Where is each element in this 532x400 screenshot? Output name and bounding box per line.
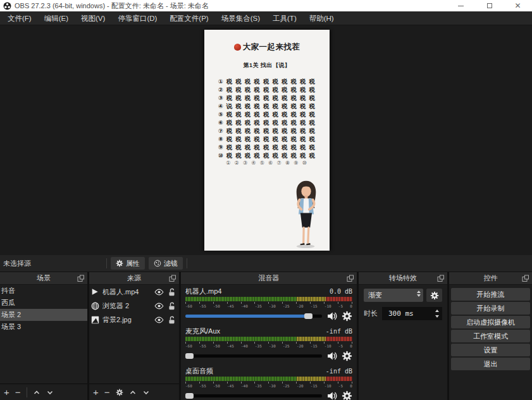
speaker-icon[interactable]	[326, 391, 337, 400]
remove-source-button[interactable]: −	[104, 387, 110, 397]
slider-handle[interactable]	[185, 353, 194, 359]
channel-name: 桌面音频	[185, 366, 213, 376]
puzzle-row: ⑧ 税 税 税 税 税 税 税 税 税 税	[204, 135, 330, 143]
unlock-icon[interactable]	[167, 302, 176, 310]
puzzle-row: ③ 税 税 税 税 税 税 税 税 税 税	[204, 94, 330, 102]
start-recording-button[interactable]: 开始录制	[451, 302, 530, 315]
properties-button[interactable]: 属性	[111, 257, 145, 270]
close-button[interactable]: ✕	[504, 0, 532, 11]
mixer-panel-title: 混音器	[259, 273, 280, 283]
puzzle-row: ⑦ 税 税 税 税 税 税 税 税 税 税	[204, 127, 330, 135]
volume-slider[interactable]	[185, 313, 322, 319]
move-source-down-button[interactable]	[142, 389, 150, 396]
video-canvas[interactable]: 大家一起来找茬 第1关 找出【说】 ① 税 税 税 税 税 税 税 税 税 税 …	[204, 30, 330, 251]
volume-slider[interactable]	[185, 353, 322, 359]
maximize-button[interactable]	[475, 0, 504, 11]
source-list: 机器人.mp4 浏览器 2	[89, 285, 179, 327]
controls-panel-title: 控件	[484, 273, 498, 283]
popout-icon[interactable]	[522, 275, 529, 282]
puzzle-row: ⑥ 税 税 税 税 税 税 税 税 税 税	[204, 118, 330, 127]
transitions-panel-title: 转场特效	[389, 273, 417, 283]
db-scale: -60-55-50-45-40-35-30-25-20-15-10-50	[185, 344, 352, 349]
title-bar: OBS 27.2.3 (64-bit, windows) - 配置文件: 未命名…	[0, 0, 532, 11]
source-label: 浏览器 2	[102, 301, 151, 311]
browser-icon	[90, 301, 99, 310]
scene-item-douyin[interactable]: 抖音	[0, 285, 87, 297]
source-toolbar: 未选择源 属性 滤镜	[0, 255, 532, 272]
exit-button[interactable]: 退出	[451, 358, 530, 370]
menu-docks[interactable]: 停靠窗口(D)	[111, 11, 163, 25]
duration-value: 300 ms	[388, 309, 414, 318]
dock-area: 场景 抖音 西瓜 场景 2 场景 3 + − 来源	[0, 272, 532, 400]
menu-profile[interactable]: 配置文件(P)	[163, 11, 214, 25]
scene-item-scene3[interactable]: 场景 3	[0, 321, 87, 333]
channel-settings-gear-icon[interactable]	[342, 351, 352, 361]
popout-icon[interactable]	[169, 275, 176, 282]
unlock-icon[interactable]	[167, 288, 176, 296]
settings-button[interactable]: 设置	[451, 344, 530, 356]
toolbar-separator	[106, 258, 107, 268]
start-streaming-button[interactable]: 开始推流	[451, 288, 530, 301]
transition-settings-button[interactable]	[426, 289, 442, 302]
remove-scene-button[interactable]: −	[15, 387, 21, 397]
toolbar-separator	[27, 387, 27, 397]
move-scene-up-button[interactable]	[33, 389, 40, 396]
source-item-browser[interactable]: 浏览器 2	[89, 299, 179, 313]
properties-label: 属性	[126, 259, 140, 268]
popout-icon[interactable]	[347, 275, 354, 282]
audio-level-meter	[185, 337, 352, 341]
scene-list: 抖音 西瓜 场景 2 场景 3	[0, 285, 87, 333]
game-title: 大家一起来找茬	[243, 42, 300, 53]
move-source-up-button[interactable]	[129, 389, 137, 396]
menu-edit[interactable]: 编辑(E)	[38, 11, 75, 25]
channel-db-value: -inf dB	[326, 368, 352, 375]
channel-settings-gear-icon[interactable]	[342, 391, 352, 400]
speaker-icon[interactable]	[326, 351, 337, 361]
menu-scene-collection[interactable]: 场景集合(S)	[215, 11, 266, 25]
menu-view[interactable]: 视图(V)	[75, 11, 111, 25]
add-source-button[interactable]: +	[93, 387, 99, 397]
visibility-eye-icon[interactable]	[154, 288, 164, 296]
puzzle-row: ⑩ 税 税 税 税 税 税 税 税 税 税	[204, 151, 330, 159]
start-virtual-camera-button[interactable]: 启动虚拟摄像机	[451, 316, 530, 328]
puzzle-row: ① 税 税 税 税 税 税 税 税 税 税	[204, 77, 330, 85]
channel-settings-gear-icon[interactable]	[342, 311, 352, 322]
duration-spinner[interactable]	[433, 308, 441, 319]
minimize-button[interactable]	[447, 0, 475, 11]
preview-area[interactable]: 大家一起来找茬 第1关 找出【说】 ① 税 税 税 税 税 税 税 税 税 税 …	[0, 25, 532, 255]
toolbar-separator	[187, 258, 187, 268]
slider-handle[interactable]	[185, 393, 194, 399]
transition-select[interactable]: 渐变	[364, 289, 423, 302]
menu-help[interactable]: 帮助(H)	[303, 11, 340, 25]
sources-panel: 来源 机器人.mp4	[89, 272, 179, 400]
menu-tools[interactable]: 工具(T)	[266, 11, 303, 25]
game-badge-icon	[234, 44, 241, 51]
scene-item-xigua[interactable]: 西瓜	[0, 297, 87, 309]
channel-name: 机器人.mp4	[185, 287, 221, 296]
scenes-toolbar: + −	[0, 384, 87, 400]
menu-file[interactable]: 文件(F)	[1, 11, 38, 25]
visibility-eye-icon[interactable]	[154, 302, 164, 310]
duration-input[interactable]: 300 ms	[382, 307, 442, 320]
move-scene-down-button[interactable]	[46, 389, 54, 396]
scene-item-scene2[interactable]: 场景 2	[0, 309, 87, 321]
filters-button[interactable]: 滤镜	[149, 257, 183, 270]
sources-toolbar: + −	[89, 384, 179, 400]
add-scene-button[interactable]: +	[4, 387, 9, 397]
speaker-icon[interactable]	[326, 311, 337, 322]
studio-mode-button[interactable]: 工作室模式	[451, 330, 530, 342]
scenes-panel: 场景 抖音 西瓜 场景 2 场景 3 + −	[0, 272, 87, 400]
gear-icon	[116, 259, 123, 267]
visibility-eye-icon[interactable]	[154, 316, 164, 324]
unlock-icon[interactable]	[167, 316, 176, 324]
popout-icon[interactable]	[437, 275, 445, 282]
volume-slider[interactable]	[185, 393, 322, 399]
filters-label: 滤镜	[164, 259, 178, 268]
source-properties-gear-icon[interactable]	[116, 389, 123, 396]
window-title: OBS 27.2.3 (64-bit, windows) - 配置文件: 未命名…	[15, 1, 209, 11]
game-subtitle: 第1关 找出【说】	[204, 61, 330, 70]
slider-handle[interactable]	[304, 313, 312, 319]
source-item-media[interactable]: 机器人.mp4	[89, 285, 179, 299]
source-item-image[interactable]: 背景2.jpg	[89, 313, 179, 327]
popout-icon[interactable]	[77, 275, 85, 282]
